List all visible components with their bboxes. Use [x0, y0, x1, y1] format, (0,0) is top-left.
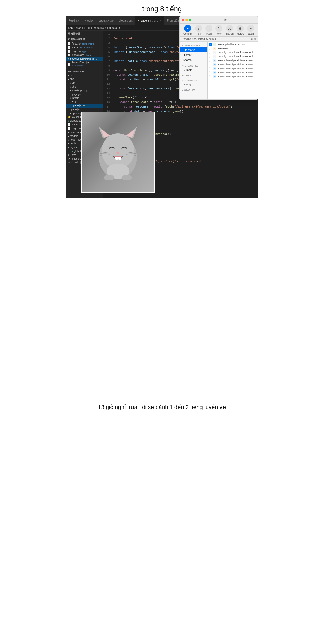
file-checkbox[interactable] — [209, 63, 212, 66]
git-file-item[interactable]: ? ...MEOhyDS6OBh3wrpliJ5toXLasdhKTXP — [208, 50, 258, 54]
git-action-merge[interactable]: ⊕ Merge — [235, 24, 245, 36]
sidebar-tree-profile[interactable]: ▼ profile — [66, 96, 103, 100]
git-file-item[interactable]: W .next/cache/webpack/client-development… — [208, 58, 258, 62]
sidebar-tree-page-profile[interactable]: page.jsx — [66, 108, 103, 111]
git-file-item[interactable]: W .next/cache/webpack/client-development… — [208, 67, 258, 71]
file-icon: ⚙ — [68, 161, 70, 164]
sidebar-section-editor: 编辑器管理 — [66, 31, 103, 36]
file-checkbox[interactable] — [209, 71, 212, 74]
stashes-section: ▶ STASHES — [180, 88, 207, 92]
file-type-icon: ? — [213, 55, 216, 58]
file-name: .next/trace — [217, 47, 228, 50]
git-action-commit[interactable]: ● Commit — [182, 24, 193, 36]
sidebar-tree-utils[interactable]: ▶ utils — [66, 85, 103, 89]
git-file-list: ✓ J .next/app-build-manifest.json T .nex… — [208, 42, 258, 100]
vscode-wrapper: Feed.jsx Nav.jsx page.jsx app globals.cs… — [66, 16, 258, 198]
file-icon: 📄 — [68, 42, 71, 45]
sidebar-item-page-id[interactable]: ● page.jsx app/profile/[id] U — [66, 57, 103, 61]
file-checkbox[interactable] — [209, 51, 212, 54]
svg-line-13 — [126, 154, 136, 154]
file-checkbox[interactable] — [209, 47, 212, 50]
git-branch-main[interactable]: main — [180, 68, 207, 72]
tab-feed[interactable]: Feed.jsx — [66, 16, 82, 25]
commit-icon: ● — [184, 25, 191, 32]
file-checkbox[interactable] — [209, 55, 212, 58]
sidebar-tree-id[interactable]: ▼ [id] — [66, 100, 103, 104]
file-name: .next/cache/webpack/client-development/ — [217, 75, 256, 78]
sidebar-tree-page-create[interactable]: page.jsx — [66, 92, 103, 96]
file-icon: 📄 — [68, 50, 71, 53]
sidebar-tree-create-prompt[interactable]: ▼ create-prompt — [66, 89, 103, 92]
sidebar-tree-next[interactable]: ▶ .next — [66, 73, 103, 77]
git-file-item[interactable]: W .next/cache/webpack/client-development… — [208, 75, 258, 79]
file-icon: # — [72, 150, 73, 153]
sidebar-item-page-app[interactable]: 📄 page.jsx app — [66, 49, 103, 53]
git-list-icon[interactable]: ≡ — [251, 38, 253, 40]
chevron-down-icon: ▼ — [68, 146, 70, 149]
file-name: .next/cache/webpack/client-development/ — [217, 63, 256, 66]
cat-svg — [95, 124, 141, 180]
git-action-branch[interactable]: ⎇ Branch — [224, 24, 235, 36]
git-file-item[interactable]: W .next/cache/webpack/client-development… — [208, 71, 258, 75]
git-remote-origin[interactable]: origin — [180, 82, 207, 87]
tab-nav-label: Nav.jsx — [85, 19, 93, 22]
origin-label: origin — [186, 83, 193, 86]
sidebar-item-promptcard[interactable]: 📄 PromptCard.jsx components — [66, 61, 103, 67]
tab-nav[interactable]: Nav.jsx — [82, 16, 96, 25]
git-nav-history[interactable]: History — [180, 52, 207, 57]
git-action-stash[interactable]: ≡ Stash — [246, 24, 256, 36]
sidebar-item-feed[interactable]: 📄 Feed.jsx components — [66, 42, 103, 46]
sidebar-page-id-label: page.jsx app/profile/[id] U — [70, 57, 97, 60]
file-checkbox[interactable] — [209, 75, 212, 78]
tab-close-icon[interactable]: × — [160, 19, 161, 22]
git-file-item[interactable]: W .next/cache/webpack/client-development… — [208, 62, 258, 67]
sidebar-tree-app[interactable]: ▶ app — [66, 77, 103, 81]
chevron-right-icon: ▶ — [68, 139, 69, 141]
sidebar-next-label: .next — [70, 74, 75, 77]
tab-page-app-label: page.jsx app — [99, 19, 114, 22]
git-nav-search[interactable]: Search — [180, 57, 207, 62]
tab-globals[interactable]: globals.css — [116, 16, 135, 25]
git-action-push[interactable]: ↑ Push — [204, 24, 214, 36]
chevron-right-icon: ▶ — [68, 78, 69, 80]
git-file-item[interactable]: ✓ J .next/app-build-manifest.json — [208, 42, 258, 46]
file-checkbox[interactable] — [209, 59, 212, 62]
git-action-fetch[interactable]: ↻ Fetch — [214, 24, 224, 36]
sidebar-api-label: api — [72, 81, 75, 84]
git-file-item[interactable]: T .next/trace — [208, 46, 258, 50]
tab-page-id[interactable]: page.jsx ..[id] U × — [135, 16, 164, 25]
sidebar-item-nav[interactable]: 📄 Nav.jsx components — [66, 46, 103, 49]
file-type-icon: W — [213, 59, 216, 62]
git-action-pull[interactable]: ↓ Pull — [194, 24, 204, 36]
chevron-right-icon: ▶ — [70, 82, 71, 84]
breadcrumb-text: app > profile > [id] > page.jsx > [id] d… — [68, 26, 120, 29]
sidebar-item-globals[interactable]: 📄 globals.css styles — [66, 53, 103, 57]
branch-icon: ⎇ — [226, 25, 233, 32]
git-nav-file-status[interactable]: File status — [180, 47, 207, 52]
sidebar-gitignore-label: .gitignore — [71, 157, 81, 160]
stash-icon: ≡ — [247, 25, 254, 32]
git-file-item[interactable]: ? ...MEOhyDS6OBh3wrpliJ5toXLasdhKTXP — [208, 54, 258, 58]
close-button[interactable] — [182, 19, 184, 21]
file-icon: ● — [68, 57, 69, 60]
file-icon: 📄 — [68, 123, 71, 126]
modified-badge: U — [96, 58, 97, 60]
pull-icon: ↓ — [195, 25, 202, 32]
file-type-icon: W — [213, 75, 216, 78]
push-icon: ↑ — [205, 25, 212, 32]
svg-point-6 — [116, 152, 119, 154]
sidebar-tree-api[interactable]: ▶ api — [66, 81, 103, 85]
git-grid-icon[interactable]: ⊞ — [254, 38, 256, 40]
minimize-button[interactable] — [185, 19, 188, 21]
sidebar-tree-page-id[interactable]: page.jsx U — [66, 104, 103, 108]
chevron-down-icon: ▼ — [182, 65, 184, 67]
tab-page-app[interactable]: page.jsx app — [96, 16, 116, 25]
git-panel: Pro ● Commit ↓ Pull ↑ Push ↻ Fetch — [179, 16, 258, 100]
file-checkbox[interactable] — [209, 67, 212, 70]
sidebar-page-label: page.jsx app — [72, 50, 86, 53]
sidebar-profile-label: profile — [72, 97, 79, 99]
maximize-button[interactable] — [189, 19, 191, 21]
merge-label: Merge — [237, 32, 244, 35]
sidebar-promptcard-label: PromptCard.jsx components — [72, 61, 101, 67]
file-checkbox[interactable]: ✓ — [209, 43, 212, 46]
